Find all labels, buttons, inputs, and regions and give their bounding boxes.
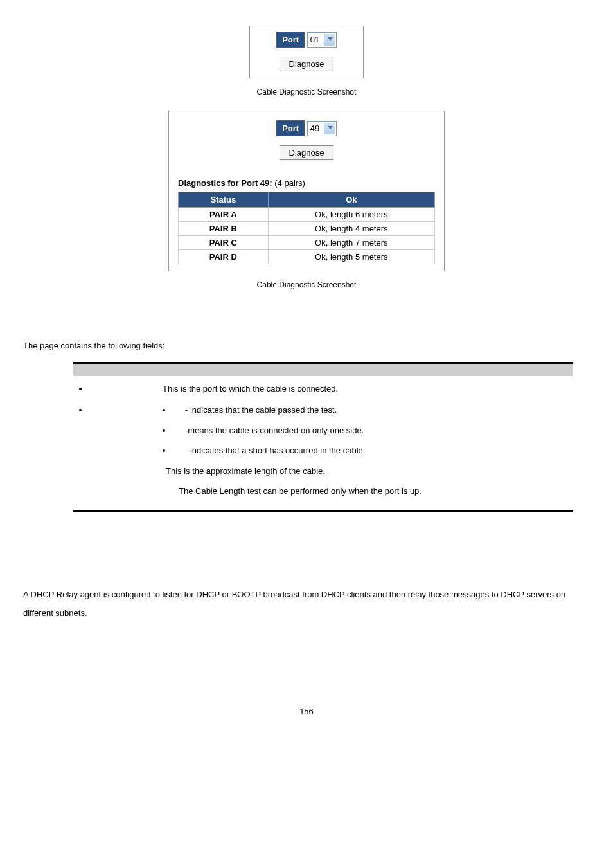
table-row: PAIR D Ok, length 5 meters — [179, 250, 435, 264]
diag-status: Ok, length 5 meters — [268, 250, 434, 264]
figure-caption: Cable Diagnostic Screenshot — [23, 87, 590, 96]
field-ok: - indicates that the cable passed the te… — [172, 402, 573, 417]
field-length: This is the approximate length of the ca… — [166, 464, 573, 478]
field-short: - indicates that a short has occurred in… — [172, 443, 573, 458]
diag-status: Ok, length 7 meters — [268, 236, 434, 250]
port-label: Port — [276, 120, 305, 136]
page-number: 156 — [23, 707, 590, 716]
field-port: This is the port to which the cable is c… — [89, 381, 573, 396]
fields-intro: The page contains the following fields: — [23, 341, 590, 350]
port-label: Port — [276, 32, 305, 48]
table-row: PAIR C Ok, length 7 meters — [179, 236, 435, 250]
diag-status: Ok, length 6 meters — [268, 208, 434, 222]
cable-diagnostic-panel-small: Port 01 Diagnose — [249, 26, 364, 78]
port-select-value: 01 — [310, 35, 319, 44]
diag-pair: PAIR D — [179, 250, 269, 264]
port-select[interactable]: 01 — [307, 32, 337, 48]
port-select-value: 49 — [310, 123, 319, 133]
diagnose-button[interactable]: Diagnose — [280, 57, 334, 71]
diag-th-status: Status — [179, 192, 269, 208]
figure-caption: Cable Diagnostic Screenshot — [23, 280, 590, 289]
diagnostics-header-count: (4 pairs) — [274, 178, 305, 188]
field-test-results: - indicates that the cable passed the te… — [89, 402, 573, 498]
chevron-down-icon — [328, 37, 333, 41]
fields-header-band — [73, 364, 573, 376]
table-row: PAIR A Ok, length 6 meters — [179, 208, 435, 222]
diag-th-ok: Ok — [268, 192, 434, 208]
diagnostics-header: Diagnostics for Port 49: (4 pairs) — [178, 178, 435, 188]
diag-pair: PAIR A — [179, 208, 269, 222]
diagnostics-header-label: Diagnostics for Port 49: — [178, 178, 272, 188]
port-select[interactable]: 49 — [307, 121, 337, 136]
diag-pair: PAIR C — [179, 236, 269, 250]
field-port-desc: This is the port to which the cable is c… — [89, 381, 338, 396]
table-row: PAIR B Ok, length 4 meters — [179, 222, 435, 236]
diag-pair: PAIR B — [179, 222, 269, 236]
dhcp-relay-paragraph: A DHCP Relay agent is configured to list… — [23, 586, 590, 622]
diag-status: Ok, length 4 meters — [268, 222, 434, 236]
fields-box: This is the port to which the cable is c… — [73, 362, 573, 512]
field-open: -means the cable is connected on only on… — [172, 423, 573, 438]
cable-diagnostic-panel-big: Port 49 Diagnose Diagnostics for Port 49… — [168, 111, 445, 271]
diagnose-button[interactable]: Diagnose — [280, 145, 334, 160]
diagnostics-table: Status Ok PAIR A Ok, length 6 meters PAI… — [178, 192, 435, 264]
field-note: The Cable Length test can be performed o… — [179, 484, 573, 498]
chevron-down-icon — [328, 126, 333, 129]
